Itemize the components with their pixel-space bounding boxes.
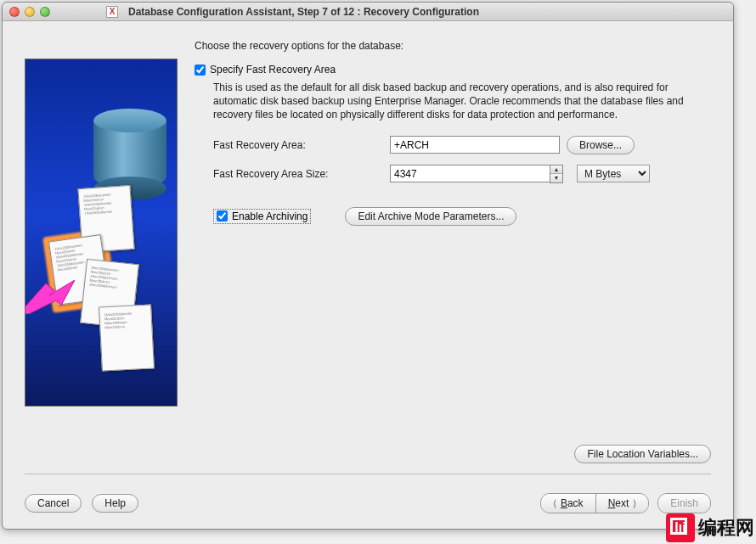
fra-path-label: Fast Recovery Area: (213, 139, 383, 151)
cancel-button[interactable]: Cancel (25, 494, 82, 513)
next-button[interactable]: Next ⟩ (595, 494, 649, 513)
titlebar: X Database Configuration Assistant, Step… (3, 3, 733, 21)
back-button[interactable]: ⟨ Back (541, 494, 595, 513)
fra-size-spinner: ▲ ▼ (390, 165, 563, 183)
enable-archiving-focus: Enable Archiving (213, 209, 311, 224)
enable-archiving-checkbox[interactable] (217, 210, 228, 222)
fra-size-input[interactable] (390, 165, 550, 182)
svg-marker-0 (25, 280, 75, 314)
watermark: lıi 编程网 (666, 513, 754, 542)
main-panel: Choose the recovery options for the data… (195, 36, 711, 440)
wizard-footer: Cancel Help ⟨ Back Next ⟩ Einish (3, 493, 733, 529)
minimize-icon[interactable] (25, 7, 35, 17)
zoom-icon[interactable] (40, 7, 50, 17)
footer-divider (25, 474, 711, 474)
spin-up-button[interactable]: ▲ (550, 165, 562, 174)
fra-size-unit-select[interactable]: M Bytes (577, 165, 650, 182)
content-area: 1Nov203dubersen Mour20ubrsn 1Nov203duber… (3, 21, 733, 493)
document-icon: 1Nov203dubersen Mour20ubrsn Ndov20kbasen… (99, 304, 155, 371)
fra-path-input[interactable] (390, 136, 560, 154)
file-location-variables-button[interactable]: File Location Variables... (574, 445, 711, 463)
instruction-text: Choose the recovery options for the data… (195, 40, 711, 52)
wizard-graphic: 1Nov203dubersen Mour20ubrsn 1Nov203duber… (25, 59, 178, 407)
watermark-text: 编程网 (698, 515, 754, 541)
traffic-lights (9, 7, 50, 17)
specify-fra-checkbox[interactable] (195, 64, 206, 76)
nav-button-group: ⟨ Back Next ⟩ (540, 493, 649, 513)
watermark-logo-icon: lıi (666, 513, 695, 542)
window-frame: X Database Configuration Assistant, Step… (2, 2, 734, 530)
window-title: Database Configuration Assistant, Step 7… (128, 6, 726, 18)
enable-archiving-label: Enable Archiving (232, 210, 307, 222)
next-label: ext (615, 497, 629, 509)
specify-fra-label: Specify Fast Recovery Area (210, 64, 336, 76)
fra-size-label: Fast Recovery Area Size: (213, 168, 383, 180)
finish-button-group: Einish (657, 493, 711, 513)
arrow-icon (25, 280, 75, 314)
edit-archive-params-button[interactable]: Edit Archive Mode Parameters... (345, 207, 516, 226)
finish-button: Einish (658, 494, 710, 513)
back-label: ack (567, 497, 584, 509)
x11-app-icon: X (106, 6, 118, 18)
fra-description: This is used as the default for all disk… (213, 81, 697, 122)
close-icon[interactable] (9, 7, 20, 17)
spin-down-button[interactable]: ▼ (550, 174, 562, 182)
chevron-right-icon: ⟩ (633, 498, 636, 509)
chevron-left-icon: ⟨ (553, 498, 556, 509)
browse-button[interactable]: Browse... (567, 136, 635, 154)
help-button[interactable]: Help (92, 494, 138, 513)
